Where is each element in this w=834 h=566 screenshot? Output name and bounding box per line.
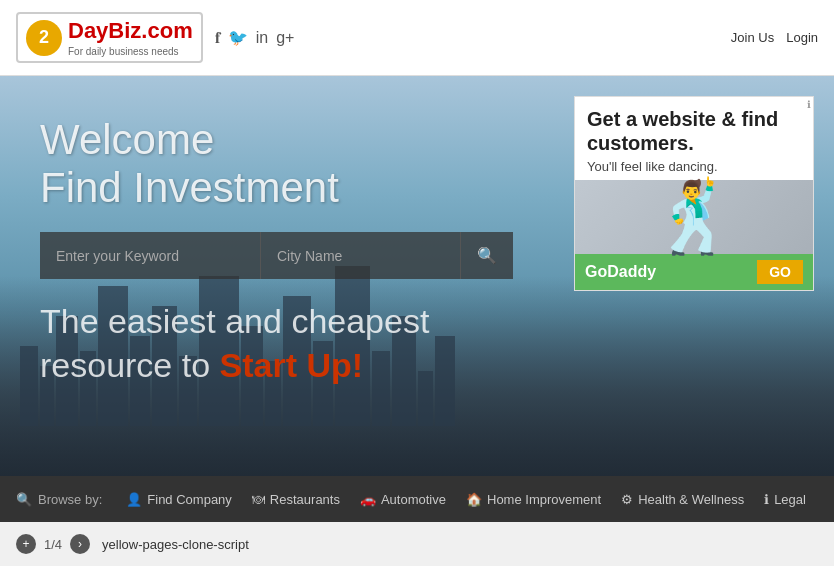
twitter-icon[interactable]: 🐦	[228, 28, 248, 47]
logo-box: 2 DayBiz.com For daily business needs	[16, 12, 203, 63]
ad-info-icon[interactable]: ℹ	[807, 99, 811, 110]
next-page-button[interactable]: ›	[70, 534, 90, 554]
page-navigation: + 1/4 ›	[16, 534, 90, 554]
googleplus-icon[interactable]: g+	[276, 29, 294, 47]
ad-subtext: You'll feel like dancing.	[587, 159, 801, 174]
linkedin-icon[interactable]: in	[256, 29, 268, 47]
ad-person-icon: 🕺	[651, 182, 738, 252]
legal-icon: ℹ	[764, 492, 769, 507]
header-nav: Join Us Login	[731, 30, 818, 45]
restaurant-icon: 🍽	[252, 492, 265, 507]
keyword-search-input[interactable]	[40, 232, 260, 279]
logo-area: 2 DayBiz.com For daily business needs 𝐟 …	[16, 12, 294, 63]
browse-bar: 🔍 Browse by: 👤 Find Company 🍽 Restaurant…	[0, 476, 834, 522]
home-icon: 🏠	[466, 492, 482, 507]
browse-home-improvement[interactable]: 🏠 Home Improvement	[466, 492, 601, 507]
tagline-part2: resource to	[40, 346, 220, 384]
login-link[interactable]: Login	[786, 30, 818, 45]
prev-page-button[interactable]: +	[16, 534, 36, 554]
city-search-input[interactable]	[260, 232, 460, 279]
page-indicator: 1/4	[44, 537, 62, 552]
logo-number: 2	[26, 20, 62, 56]
health-icon: ⚙	[621, 492, 633, 507]
go-button[interactable]: GO	[757, 260, 803, 284]
browse-label: 🔍 Browse by:	[16, 492, 102, 507]
browse-restaurants[interactable]: 🍽 Restaurants	[252, 492, 340, 507]
ad-footer: GoDaddy GO	[575, 254, 813, 290]
facebook-icon[interactable]: 𝐟	[215, 29, 220, 47]
company-icon: 👤	[126, 492, 142, 507]
script-label: yellow-pages-clone-script	[102, 537, 249, 552]
browse-find-company[interactable]: 👤 Find Company	[126, 492, 232, 507]
browse-legal[interactable]: ℹ Legal	[764, 492, 806, 507]
godaddy-logo: GoDaddy	[585, 263, 656, 281]
ad-banner: ℹ Get a website & find customers. You'll…	[574, 96, 814, 291]
search-browse-icon: 🔍	[16, 492, 32, 507]
hero-section: ℹ Get a website & find customers. You'll…	[0, 76, 834, 476]
browse-items: 👤 Find Company 🍽 Restaurants 🚗 Automotiv…	[126, 492, 806, 507]
tagline-part1: The easiest and cheapest	[40, 302, 429, 340]
footer-strip: + 1/4 › yellow-pages-clone-script	[0, 522, 834, 566]
search-icon: 🔍	[477, 247, 497, 264]
tagline-highlight: Start Up!	[220, 346, 364, 384]
search-button[interactable]: 🔍	[460, 232, 513, 279]
ad-image: 🕺	[575, 180, 813, 254]
tagline: The easiest and cheapest resource to Sta…	[40, 299, 794, 387]
social-icons: 𝐟 🐦 in g+	[215, 28, 295, 47]
browse-health-wellness[interactable]: ⚙ Health & Wellness	[621, 492, 744, 507]
ad-headline: Get a website & find customers.	[587, 107, 801, 155]
header: 2 DayBiz.com For daily business needs 𝐟 …	[0, 0, 834, 76]
join-us-link[interactable]: Join Us	[731, 30, 774, 45]
automotive-icon: 🚗	[360, 492, 376, 507]
logo-subtitle: For daily business needs	[68, 46, 193, 57]
logo-name: DayBiz.com	[68, 18, 193, 43]
browse-automotive[interactable]: 🚗 Automotive	[360, 492, 446, 507]
